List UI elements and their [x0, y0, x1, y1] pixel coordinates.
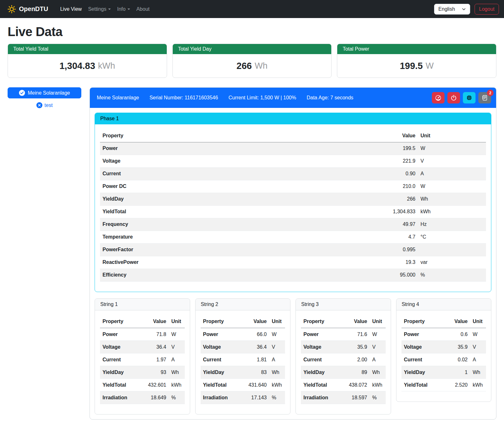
- table-row: YieldTotal431.640kWh: [201, 379, 285, 391]
- table-cell-prop: Frequency: [100, 218, 389, 231]
- inverter-select-label: Meine Solaranlage: [28, 90, 70, 96]
- column-header-value: Value: [346, 315, 370, 328]
- table-row: Irradiation18.597%: [301, 391, 386, 404]
- table-cell-prop: YieldTotal: [100, 379, 146, 391]
- column-header-property: Property: [401, 315, 448, 328]
- table-cell-val: 1.81: [246, 353, 269, 366]
- string-card-2: String 2 Property Value Unit: [195, 298, 291, 415]
- column-header-property: Property: [100, 315, 146, 328]
- string-table: Property Value Unit Power71.6WVoltage35.…: [301, 315, 386, 404]
- table-row: YieldDay83Wh: [201, 366, 285, 379]
- table-cell-prop: Power: [401, 328, 448, 341]
- nav-item-label: Live View: [60, 6, 82, 12]
- nav-links: Live View Settings Info About: [57, 4, 434, 15]
- summary-card-total-yield-total: Total Yield Total 1,304.83 kWh: [8, 44, 167, 78]
- language-select[interactable]: English: [434, 4, 470, 15]
- journal-icon: [482, 95, 488, 101]
- table-row: YieldDay266Wh: [100, 193, 486, 205]
- table-cell-unit: A: [169, 353, 185, 366]
- string-card-1: String 1 Property Value Unit: [95, 298, 190, 415]
- device-info-button[interactable]: [463, 92, 476, 103]
- table-cell-prop: Current: [100, 167, 389, 180]
- table-cell-val: 431.640: [246, 379, 269, 391]
- table-cell-val: 210.0: [389, 180, 418, 193]
- table-cell-prop: Power: [100, 142, 389, 155]
- column-header-value: Value: [389, 129, 418, 142]
- summary-card-title: Total Yield Total: [8, 44, 167, 54]
- table-cell-prop: Current: [401, 353, 448, 366]
- table-cell-val: 1.97: [146, 353, 169, 366]
- inverter-select-button-meine-solaranlage[interactable]: Meine Solaranlage: [8, 87, 81, 98]
- table-row: YieldDay93Wh: [100, 366, 185, 379]
- string-table-body: Power71.6WVoltage35.9VCurrent2.00AYieldD…: [301, 328, 386, 404]
- table-cell-unit: A: [418, 167, 486, 180]
- table-cell-unit: W: [418, 180, 486, 193]
- table-cell-unit: A: [470, 353, 486, 366]
- string-table-head: Property Value Unit: [401, 315, 486, 328]
- string-card-title: String 3: [296, 299, 391, 310]
- string-card-3: String 3 Property Value Unit: [296, 298, 391, 415]
- logout-button[interactable]: Logout: [475, 4, 499, 15]
- table-cell-unit: var: [418, 256, 486, 269]
- table-cell-unit: kWh: [418, 205, 486, 218]
- table-row: Irradiation18.649%: [100, 391, 185, 404]
- table-cell-prop: YieldDay: [201, 366, 246, 379]
- nav-item-info[interactable]: Info: [114, 4, 133, 15]
- string-card-body: Property Value Unit Power0.6WVoltage35.9…: [396, 310, 491, 402]
- table-cell-val: 199.5: [389, 142, 418, 155]
- table-cell-val: 89: [346, 366, 370, 379]
- nav-item-live-view[interactable]: Live View: [57, 4, 85, 15]
- inverter-sidebar: Meine Solaranlage test: [8, 87, 81, 108]
- column-header-unit: Unit: [169, 315, 185, 328]
- string-card-body: Property Value Unit Power66.0WVoltage36.…: [196, 310, 290, 414]
- table-cell-unit: W: [169, 328, 185, 341]
- check-circle-icon: [19, 90, 25, 96]
- summary-value: 199.5: [400, 61, 423, 71]
- table-cell-val: 0.90: [389, 167, 418, 180]
- table-row: YieldTotal1,304.833kWh: [100, 205, 486, 218]
- phase-card: Phase 1 Property Value Unit Power199.5WV…: [95, 113, 491, 292]
- speedometer-icon: [435, 95, 441, 101]
- table-cell-val: 71.6: [346, 328, 370, 341]
- phase-table: Property Value Unit Power199.5WVoltage22…: [100, 129, 486, 282]
- table-row: Power199.5W: [100, 142, 486, 155]
- table-cell-prop: Current: [301, 353, 346, 366]
- inverter-select-test[interactable]: test: [8, 102, 81, 108]
- table-row: YieldTotal432.601kWh: [100, 379, 185, 391]
- chevron-down-icon: [128, 9, 130, 10]
- table-header-row: Property Value Unit: [301, 315, 386, 328]
- table-row: Voltage221.9V: [100, 155, 486, 167]
- table-cell-unit: Wh: [418, 193, 486, 205]
- table-cell-prop: YieldTotal: [100, 205, 389, 218]
- table-row: YieldTotal438.072kWh: [301, 379, 386, 391]
- summary-card-body: 266 Wh: [173, 54, 332, 78]
- chevron-down-icon: [108, 9, 111, 10]
- limit-settings-button[interactable]: [432, 92, 445, 103]
- strings-row: String 1 Property Value Unit: [95, 298, 491, 415]
- table-cell-prop: Voltage: [100, 341, 146, 353]
- string-table-head: Property Value Unit: [301, 315, 386, 328]
- table-cell-unit: W: [370, 328, 386, 341]
- table-cell-val: 83: [246, 366, 269, 379]
- table-cell-val: 71.8: [146, 328, 169, 341]
- event-log-button[interactable]: 2: [478, 92, 491, 103]
- inverter-panel-actions: 2: [432, 92, 491, 103]
- phase-table-head: Property Value Unit: [100, 129, 486, 142]
- table-cell-prop: YieldTotal: [301, 379, 346, 391]
- table-cell-prop: YieldDay: [401, 366, 448, 379]
- nav-item-about[interactable]: About: [133, 4, 153, 15]
- nav-item-settings[interactable]: Settings: [85, 4, 114, 15]
- table-cell-prop: Power DC: [100, 180, 389, 193]
- summary-cards-row: Total Yield Total 1,304.83 kWh Total Yie…: [8, 44, 496, 78]
- table-cell-unit: A: [269, 353, 285, 366]
- table-cell-unit: Wh: [269, 366, 285, 379]
- inverter-select-label: test: [45, 103, 53, 108]
- table-cell-prop: Power: [100, 328, 146, 341]
- summary-unit: kWh: [98, 61, 115, 71]
- inverter-panel-body: Phase 1 Property Value Unit Power199.5WV…: [90, 108, 496, 419]
- table-cell-val: 266: [389, 193, 418, 205]
- table-row: Power71.8W: [100, 328, 185, 341]
- brand[interactable]: OpenDTU: [8, 5, 48, 13]
- table-cell-val: 1,304.833: [389, 205, 418, 218]
- power-button[interactable]: [447, 92, 460, 103]
